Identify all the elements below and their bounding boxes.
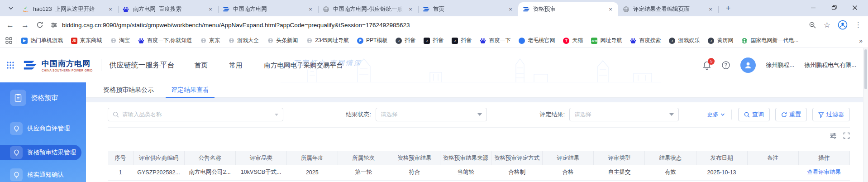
bookmark-item[interactable]: 头条新闻 bbox=[267, 37, 298, 44]
bookmark-item[interactable]: ♪ 黄历网 bbox=[707, 37, 733, 44]
tab-close-icon[interactable]: × bbox=[507, 6, 514, 13]
header-nav-item[interactable]: 常用 bbox=[229, 61, 243, 70]
notifications-bell-icon[interactable]: 5 bbox=[702, 61, 711, 70]
user-avatar[interactable] bbox=[740, 57, 756, 73]
category-search-input[interactable] bbox=[122, 111, 272, 118]
bookmark-item[interactable]: 2345网址导航 bbox=[305, 37, 349, 44]
back-icon[interactable]: ← bbox=[6, 21, 14, 29]
bookmarks-overflow-icon[interactable]: » bbox=[854, 37, 863, 44]
header-nav-item[interactable]: 南方电网电子采购交易平台 bbox=[264, 61, 343, 70]
bookmark-item[interactable]: P PPT模板 bbox=[357, 37, 387, 44]
page-scrollbar[interactable] bbox=[863, 48, 868, 182]
bookmark-item[interactable]: 百度一下,你就知道 bbox=[138, 37, 192, 44]
sidebar-item[interactable]: 核实通知确认 bbox=[0, 168, 86, 181]
sidebar-item[interactable]: 供应商自评管理 bbox=[0, 122, 86, 135]
zoom-out-page-icon[interactable] bbox=[809, 21, 816, 29]
content-tab[interactable]: 评定结果查看 bbox=[171, 82, 209, 97]
browser-tab[interactable]: ✓hao hao123_上网从这里开始 × bbox=[18, 2, 118, 16]
close-window-button[interactable] bbox=[844, 0, 865, 15]
tab-close-icon[interactable]: × bbox=[107, 6, 114, 13]
forward-icon[interactable]: → bbox=[21, 21, 29, 29]
content-tab[interactable]: 资格预审结果公示 bbox=[103, 82, 154, 97]
fullscreen-icon[interactable] bbox=[843, 132, 850, 139]
table-header-cell[interactable]: 所属轮次 bbox=[338, 151, 389, 165]
view-review-result-link[interactable]: 查看评审结果 bbox=[807, 169, 841, 175]
bookmark-item[interactable]: ♪ 抖音 bbox=[423, 37, 444, 44]
header-nav-item[interactable]: 首页 bbox=[195, 61, 208, 70]
bookmark-item[interactable]: ▶ 热门单机游戏 bbox=[21, 37, 63, 44]
table-header-cell[interactable]: 发布日期 bbox=[696, 151, 747, 165]
scrollbar-thumb[interactable] bbox=[864, 49, 867, 89]
filter-button[interactable]: 过滤器 bbox=[812, 108, 850, 121]
table-header-cell[interactable]: 资格预审结果 bbox=[389, 151, 440, 165]
bookmark-item[interactable]: 国家电网新一代电... bbox=[741, 37, 798, 44]
bookmark-item[interactable]: 淘宝 bbox=[110, 37, 130, 44]
table-header-cell[interactable]: 评定结果 bbox=[543, 151, 594, 165]
tab-search-chevron-icon[interactable] bbox=[5, 2, 17, 14]
browser-tab[interactable]: 评定结果查看编辑页面 × bbox=[618, 2, 718, 16]
category-search-box[interactable] bbox=[108, 108, 283, 121]
new-tab-button[interactable]: + bbox=[722, 2, 734, 14]
browser-tab[interactable]: 首页 × bbox=[418, 2, 518, 16]
more-filters-link[interactable]: 更多 bbox=[707, 110, 725, 119]
table-header-cell[interactable]: 所属年度 bbox=[286, 151, 338, 165]
tab-close-icon[interactable]: × bbox=[207, 6, 214, 13]
tab-close-icon[interactable]: × bbox=[607, 6, 614, 13]
evaluation-result-select[interactable]: 请选择 bbox=[569, 108, 679, 121]
search-caret-icon[interactable] bbox=[275, 114, 278, 116]
user-name[interactable]: 徐州鹏程... bbox=[766, 61, 794, 69]
result-status-select[interactable]: 请选择 bbox=[376, 108, 487, 121]
table-header-cell[interactable]: 评审供应商编码 bbox=[133, 151, 184, 165]
bookmark-item[interactable]: 2345 网址导航 bbox=[591, 37, 622, 44]
url-field[interactable]: bidding.csg.cn:9090/gmp/static/gmpweb/wo… bbox=[51, 22, 801, 29]
table-row[interactable]: 1GYSZP202582...南方电网公司2...10kVSCB干式...202… bbox=[108, 165, 850, 180]
bookmark-item[interactable]: 京东 bbox=[200, 37, 220, 44]
reload-icon[interactable] bbox=[36, 21, 43, 29]
table-header-cell[interactable]: 评审品类 bbox=[235, 151, 286, 165]
browser-tab[interactable]: 中国南方电网 × bbox=[218, 2, 318, 16]
bookmark-item[interactable]: 百度一下 bbox=[479, 37, 510, 44]
bookmark-item[interactable]: T 天猫 bbox=[563, 37, 583, 44]
bookmark-item[interactable]: ♪ 抖音 bbox=[395, 37, 415, 44]
browser-tab[interactable]: 资格预审 × bbox=[518, 2, 618, 16]
bookmark-label: 京东商城 bbox=[80, 37, 102, 44]
profile-avatar-icon[interactable] bbox=[838, 20, 848, 30]
company-name[interactable]: 徐州鹏程电气有限... bbox=[804, 61, 856, 69]
table-header-cell[interactable]: 备注 bbox=[747, 151, 798, 165]
table-header-cell[interactable]: 评审类型 bbox=[594, 151, 645, 165]
bookmark-item[interactable]: ♪ 游戏娱乐 bbox=[668, 37, 700, 44]
apps-grid-icon[interactable] bbox=[5, 37, 12, 44]
tab-close-icon[interactable]: × bbox=[707, 6, 714, 13]
app-header: 万家灯火·南网情深 中国南方电网 CHINA SOUTHERN POWER GR… bbox=[0, 48, 868, 82]
query-button[interactable]: 查询 bbox=[738, 108, 770, 121]
browser-tab[interactable]: 南方电网_百度搜索 × bbox=[118, 2, 218, 16]
minimize-button[interactable] bbox=[803, 0, 824, 15]
reset-button[interactable]: 重置 bbox=[775, 108, 807, 121]
bookmark-item[interactable]: 百度搜索 bbox=[630, 37, 661, 44]
tab-close-icon[interactable]: × bbox=[407, 6, 414, 13]
bookmark-item[interactable]: JD 京东商城 bbox=[71, 37, 102, 44]
table-header-cell[interactable]: 资格预审结果来源 bbox=[440, 151, 491, 165]
app-grid-icon[interactable] bbox=[6, 61, 14, 69]
table-header-cell[interactable]: 操作 bbox=[798, 151, 849, 165]
table-header-cell[interactable]: 资格预审评定方式 bbox=[491, 151, 543, 165]
restore-button[interactable] bbox=[824, 0, 844, 15]
help-icon[interactable] bbox=[721, 61, 730, 70]
table-header-cell[interactable]: 结果状态 bbox=[645, 151, 696, 165]
bookmark-item[interactable]: 老毛桃官网 bbox=[518, 37, 555, 44]
bookmark-star-icon[interactable]: ☆ bbox=[824, 20, 830, 30]
bookmark-item[interactable]: 游戏大全 bbox=[228, 37, 259, 44]
browser-menu-icon[interactable]: ⋮ bbox=[855, 21, 862, 29]
tab-title: hao123_上网从这里开始 bbox=[33, 5, 103, 13]
sidebar-item[interactable]: 资格预审结果管理 bbox=[0, 145, 81, 160]
tab-close-icon[interactable]: × bbox=[307, 6, 314, 13]
browser-tab[interactable]: 中国南方电网-供应链统一服务 × bbox=[318, 2, 418, 16]
main-content: 资格预审结果公示评定结果查看 结果状态: 请选择 bbox=[86, 82, 868, 182]
table-header-cell[interactable]: 公告名称 bbox=[184, 151, 235, 165]
site-info-icon[interactable] bbox=[51, 22, 57, 29]
sidebar-item[interactable]: 资格预审 bbox=[0, 89, 86, 107]
csg-logo[interactable]: 中国南方电网 CHINA SOUTHERN POWER GRID bbox=[21, 58, 93, 72]
bookmark-item[interactable]: ♪ 抖音 bbox=[451, 37, 472, 44]
table-header-cell[interactable]: 序号 bbox=[108, 151, 133, 165]
display-settings-icon[interactable] bbox=[830, 132, 837, 139]
